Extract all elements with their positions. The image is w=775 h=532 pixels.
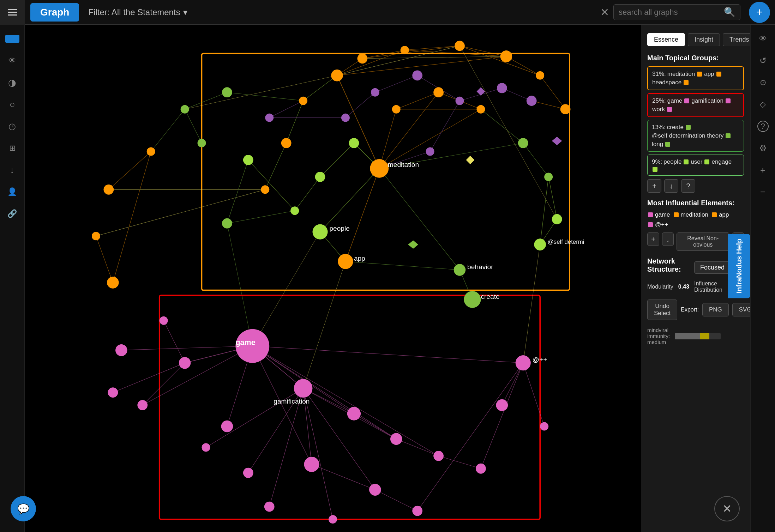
graph-tab[interactable]: Graph: [30, 3, 79, 22]
graph-nodes[interactable]: meditation people app behavior create @s…: [92, 41, 584, 524]
undo-select-button[interactable]: Undo Select: [647, 300, 677, 320]
node[interactable]: [390, 433, 402, 445]
infranodus-help-button[interactable]: InfraNodus Help: [728, 234, 750, 298]
sidebar-item-download[interactable]: ↓: [4, 162, 21, 179]
topic-group-1[interactable]: 31%: meditation app headspace: [647, 66, 744, 90]
sidebar-right-gear[interactable]: ⚙: [755, 140, 771, 157]
add-group-button[interactable]: +: [647, 179, 661, 193]
sidebar-item-person[interactable]: 👤: [4, 183, 21, 200]
node[interactable]: [560, 104, 571, 114]
node-create[interactable]: [464, 291, 481, 308]
node[interactable]: [198, 139, 206, 147]
node[interactable]: [137, 400, 148, 410]
diamond-node-green[interactable]: [408, 240, 418, 249]
sidebar-item-eye[interactable]: 👁: [4, 52, 21, 69]
node[interactable]: [107, 277, 119, 289]
node[interactable]: [108, 387, 118, 398]
node[interactable]: [104, 185, 114, 195]
node[interactable]: [552, 214, 562, 224]
node[interactable]: [221, 421, 233, 433]
sidebar-right-refresh[interactable]: ↺: [755, 52, 771, 69]
node[interactable]: [329, 515, 337, 524]
sidebar-right-diamond[interactable]: ◇: [755, 96, 771, 113]
node[interactable]: [540, 422, 548, 430]
chat-button[interactable]: 💬: [11, 496, 36, 521]
tab-insight[interactable]: Insight: [688, 33, 720, 46]
export-svg-button[interactable]: SVG: [732, 303, 750, 316]
node[interactable]: [456, 97, 464, 105]
group-help-button[interactable]: ?: [681, 179, 695, 193]
node[interactable]: [527, 96, 537, 106]
node[interactable]: [544, 173, 553, 181]
focused-badge[interactable]: Focused: [694, 261, 731, 274]
sidebar-right-target[interactable]: ⊙: [755, 74, 771, 91]
sidebar-item-contrast[interactable]: ◑: [4, 74, 21, 91]
close-button[interactable]: ✕: [596, 4, 613, 21]
node[interactable]: [371, 88, 379, 97]
node[interactable]: [455, 41, 465, 51]
move-down-button[interactable]: ↓: [664, 179, 678, 193]
sidebar-item-blue-rect[interactable]: [4, 30, 21, 47]
node[interactable]: [401, 46, 409, 54]
node[interactable]: [331, 69, 343, 81]
node[interactable]: [369, 484, 381, 496]
search-input[interactable]: [619, 8, 724, 17]
node[interactable]: [536, 71, 544, 80]
node[interactable]: [497, 83, 507, 93]
filter-button[interactable]: Filter: All the Statements ▾: [88, 7, 187, 17]
topic-group-3[interactable]: 13%: create @self determination theory l…: [647, 120, 744, 152]
node[interactable]: [496, 399, 508, 411]
sidebar-right-eye[interactable]: 👁: [755, 30, 771, 47]
node[interactable]: [147, 147, 155, 156]
sidebar-right-zoom-out[interactable]: −: [755, 183, 771, 200]
node[interactable]: [290, 206, 299, 215]
sidebar-item-circle[interactable]: ○: [4, 96, 21, 113]
node-self-determi[interactable]: [534, 238, 546, 250]
node[interactable]: [243, 155, 253, 165]
node[interactable]: [392, 105, 401, 114]
diamond-node-yellow[interactable]: [466, 156, 474, 164]
node[interactable]: [476, 464, 486, 474]
node[interactable]: [476, 105, 485, 114]
node-meditation[interactable]: [370, 159, 389, 178]
sidebar-item-grid[interactable]: ⊞: [4, 140, 21, 157]
sidebar-item-link[interactable]: 🔗: [4, 205, 21, 222]
node[interactable]: [358, 53, 368, 64]
node[interactable]: [412, 506, 422, 516]
sidebar-right-zoom-in[interactable]: +: [755, 162, 771, 179]
node[interactable]: [433, 87, 444, 97]
diamond-node[interactable]: [552, 137, 562, 145]
tab-trends[interactable]: Trends: [723, 33, 750, 46]
node[interactable]: [160, 316, 168, 325]
node[interactable]: [261, 185, 269, 194]
node[interactable]: [243, 468, 253, 478]
node[interactable]: [115, 344, 127, 356]
node[interactable]: [347, 407, 361, 420]
node[interactable]: [341, 114, 350, 122]
node[interactable]: [92, 232, 100, 240]
node[interactable]: [500, 50, 512, 62]
node-app[interactable]: [338, 254, 353, 269]
sidebar-item-clock[interactable]: ◷: [4, 118, 21, 135]
node[interactable]: [222, 218, 232, 229]
hamburger-button[interactable]: [0, 0, 25, 25]
node[interactable]: [412, 70, 422, 80]
node-people[interactable]: [312, 224, 328, 240]
node[interactable]: [179, 357, 191, 369]
node[interactable]: [281, 138, 292, 148]
close-bottom-right-button[interactable]: ✕: [714, 496, 740, 521]
topic-group-2[interactable]: 25%: game gamification work: [647, 93, 744, 117]
node[interactable]: [426, 147, 434, 156]
search-icon[interactable]: 🔍: [724, 7, 735, 18]
node-atplusplus[interactable]: [516, 355, 531, 370]
node[interactable]: [202, 443, 210, 452]
node[interactable]: [518, 138, 528, 148]
topic-group-4[interactable]: 9%: people user engage: [647, 155, 744, 176]
add-button[interactable]: +: [749, 2, 770, 23]
tab-essence[interactable]: Essence: [647, 33, 685, 46]
node[interactable]: [222, 87, 232, 97]
node[interactable]: [181, 105, 189, 114]
node[interactable]: [315, 172, 325, 182]
reveal-nonobvious-button[interactable]: Reveal Non-obvious: [677, 232, 729, 251]
node-behavior[interactable]: [454, 264, 466, 276]
